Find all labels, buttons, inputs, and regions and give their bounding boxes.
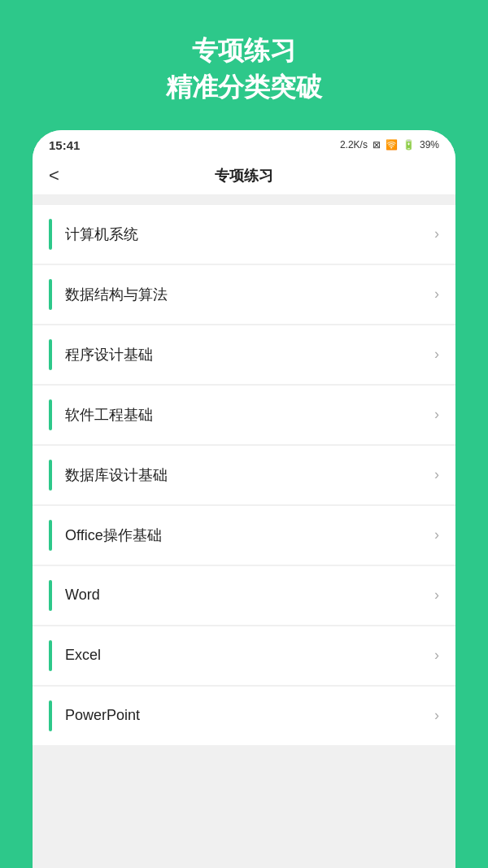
back-button[interactable]: < (49, 165, 59, 186)
chevron-right-icon: › (434, 346, 439, 363)
chevron-right-icon: › (434, 526, 439, 543)
accent-bar (49, 640, 52, 671)
accent-bar (49, 399, 52, 430)
list-item-label: Excel (65, 647, 434, 664)
accent-bar (49, 339, 52, 370)
battery-level: 39% (420, 139, 439, 150)
accent-bar (49, 580, 52, 611)
chevron-right-icon: › (434, 406, 439, 423)
list-item[interactable]: Excel › (33, 626, 455, 685)
nav-bar: < 专项练习 (33, 157, 455, 195)
wifi-icon: 🛜 (386, 139, 398, 150)
battery-icon: 🔋 (403, 139, 415, 150)
list-item[interactable]: 程序设计基础 › (33, 325, 455, 384)
chevron-right-icon: › (434, 587, 439, 604)
accent-bar (49, 219, 52, 250)
accent-bar (49, 700, 52, 731)
page-header: 专项练习 精准分类突破 (166, 33, 322, 106)
list-item-label: Office操作基础 (65, 526, 434, 545)
list-item[interactable]: 计算机系统 › (33, 205, 455, 264)
list-item-label: Word (65, 587, 434, 604)
chevron-right-icon: › (434, 647, 439, 664)
status-time: 15:41 (49, 138, 80, 152)
list-item-label: 计算机系统 (65, 225, 434, 244)
list-item[interactable]: Word › (33, 566, 455, 625)
header-line1: 专项练习 (166, 33, 322, 69)
accent-bar (49, 279, 52, 310)
list-item[interactable]: Office操作基础 › (33, 506, 455, 565)
list-item[interactable]: 数据库设计基础 › (33, 446, 455, 504)
list-item[interactable]: 数据结构与算法 › (33, 265, 455, 324)
list-item-label: 数据结构与算法 (65, 285, 434, 304)
chevron-right-icon: › (434, 225, 439, 242)
list-item-label: PowerPoint (65, 707, 434, 724)
accent-bar (49, 520, 52, 551)
signal-icon: ⊠ (373, 139, 381, 150)
status-right: 2.2K/s ⊠ 🛜 🔋 39% (340, 139, 439, 150)
list-item-label: 程序设计基础 (65, 345, 434, 364)
phone-frame: 15:41 2.2K/s ⊠ 🛜 🔋 39% < 专项练习 计算机系统 › 数据… (33, 130, 455, 868)
header-line2: 精准分类突破 (166, 69, 322, 106)
nav-title: 专项练习 (215, 166, 273, 185)
chevron-right-icon: › (434, 466, 439, 483)
list-item-label: 软件工程基础 (65, 405, 434, 425)
list-item[interactable]: PowerPoint › (33, 687, 455, 745)
chevron-right-icon: › (434, 286, 439, 303)
speed-indicator: 2.2K/s (340, 139, 368, 150)
status-bar: 15:41 2.2K/s ⊠ 🛜 🔋 39% (33, 130, 455, 157)
accent-bar (49, 460, 52, 491)
list-item-label: 数据库设计基础 (65, 465, 434, 485)
chevron-right-icon: › (434, 707, 439, 724)
category-list: 计算机系统 › 数据结构与算法 › 程序设计基础 › 软件工程基础 › 数据库设… (33, 195, 455, 868)
list-item[interactable]: 软件工程基础 › (33, 386, 455, 444)
